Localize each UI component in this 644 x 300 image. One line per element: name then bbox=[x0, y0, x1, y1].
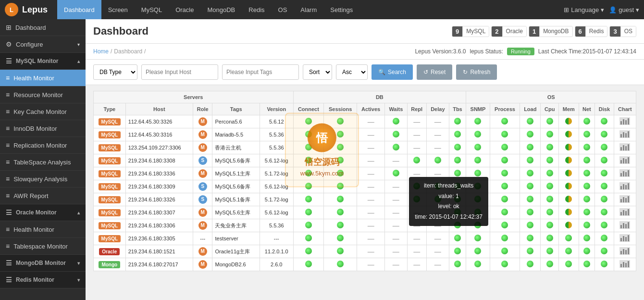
app-name: Lepus bbox=[22, 5, 48, 15]
dash-indicator: — bbox=[413, 248, 420, 255]
cell-sessions bbox=[324, 245, 357, 258]
nav-redis[interactable]: Redis bbox=[242, 0, 271, 19]
svg-rect-26 bbox=[620, 199, 622, 202]
status-dot bbox=[546, 170, 553, 176]
chart-icon[interactable] bbox=[619, 130, 630, 138]
status-dot bbox=[474, 248, 481, 254]
cell-actives: — bbox=[357, 193, 385, 206]
svg-rect-21 bbox=[628, 170, 629, 176]
cell-chart bbox=[614, 193, 636, 206]
nav-os[interactable]: OS bbox=[272, 0, 294, 19]
status-dot bbox=[501, 118, 508, 125]
dash-indicator: — bbox=[368, 248, 374, 255]
servers-group-header: Servers bbox=[94, 91, 294, 103]
language-selector[interactable]: ⊞ Language ▾ bbox=[564, 6, 604, 13]
cell-type: MySQL bbox=[94, 154, 126, 167]
status-dot bbox=[601, 235, 607, 241]
status-dot bbox=[337, 248, 344, 254]
cell-role: S bbox=[193, 154, 212, 167]
sidebar-item-slowquery-analysis[interactable]: ≡ Slowquery Analysis bbox=[0, 171, 86, 188]
chart-icon[interactable] bbox=[619, 234, 630, 242]
chart-icon[interactable] bbox=[619, 182, 630, 190]
col-role: Role bbox=[193, 103, 212, 115]
sidebar-item-oracle-health[interactable]: ≡ Health Monitor bbox=[0, 221, 86, 238]
order-dropdown[interactable]: Asc Desc bbox=[336, 65, 367, 79]
cell-mem bbox=[558, 128, 579, 141]
nav-dashboard[interactable]: Dashboard bbox=[57, 0, 101, 19]
cell-sessions bbox=[324, 206, 357, 219]
svg-rect-15 bbox=[623, 158, 624, 163]
sidebar-item-replication-monitor[interactable]: ≡ Replication Monitor bbox=[0, 137, 86, 154]
tags-input[interactable] bbox=[222, 64, 299, 80]
chart-icon[interactable] bbox=[619, 156, 630, 164]
key-cache-icon: ≡ bbox=[6, 108, 10, 115]
cell-connect bbox=[293, 219, 324, 232]
cell-process bbox=[490, 167, 520, 180]
cell-waits: — bbox=[385, 206, 407, 219]
cell-mem bbox=[558, 219, 579, 232]
reset-button[interactable]: ↺ Reset bbox=[417, 64, 452, 80]
cell-disk bbox=[595, 258, 614, 271]
reset-icon: ↺ bbox=[423, 69, 428, 75]
nav-mysql[interactable]: MySQL bbox=[135, 0, 169, 19]
svg-rect-28 bbox=[625, 198, 627, 202]
chart-icon[interactable] bbox=[619, 221, 630, 229]
sidebar-item-health-monitor[interactable]: ≡ Health Monitor bbox=[0, 70, 86, 87]
chart-icon[interactable] bbox=[619, 117, 630, 125]
chart-icon[interactable] bbox=[619, 247, 630, 255]
refresh-button[interactable]: ↻ Refresh bbox=[456, 64, 497, 80]
status-dot bbox=[434, 157, 441, 163]
host-input[interactable] bbox=[141, 64, 218, 80]
nav-alarm[interactable]: Alarm bbox=[294, 0, 323, 19]
cell-host: 219.234.6.180:3336 bbox=[125, 167, 193, 180]
sidebar-item-configure[interactable]: ⚙ Configure ▾ bbox=[0, 36, 86, 53]
cell-connect bbox=[293, 258, 324, 271]
sidebar-item-awr-report[interactable]: ≡ AWR Report bbox=[0, 188, 86, 204]
user-menu[interactable]: 👤 guest ▾ bbox=[609, 6, 639, 13]
breadcrumb-home[interactable]: Home bbox=[93, 48, 109, 55]
page-title: Dashboard bbox=[93, 25, 149, 38]
db-type-dropdown[interactable]: DB Type MySQL Oracle MongoDB Redis bbox=[94, 65, 137, 79]
sidebar-item-dashboard[interactable]: ⊞ Dashboard bbox=[0, 19, 86, 36]
status-dot bbox=[601, 131, 607, 138]
svg-rect-18 bbox=[620, 173, 622, 176]
user-icon: 👤 bbox=[609, 6, 617, 13]
redis-monitor-icon: ☰ bbox=[6, 276, 12, 284]
nav-oracle[interactable]: Oracle bbox=[169, 0, 200, 19]
order-select[interactable]: Asc Desc bbox=[336, 64, 368, 80]
db-type-select[interactable]: DB Type MySQL Oracle MongoDB Redis bbox=[93, 64, 137, 80]
nav-settings[interactable]: Settings bbox=[323, 0, 359, 19]
cell-host: 219.234.6.180:3309 bbox=[125, 180, 193, 193]
sort-dropdown[interactable]: Sort bbox=[303, 65, 332, 79]
table-row: MySQL 219.234.6.180:3309 S MySQL5.6备库 5.… bbox=[94, 180, 636, 193]
cell-disk bbox=[595, 245, 614, 258]
sidebar-item-innodb-monitor[interactable]: ≡ InnoDB Monitor bbox=[0, 120, 86, 137]
chart-icon[interactable] bbox=[619, 260, 630, 268]
chart-icon[interactable] bbox=[619, 208, 630, 216]
health-monitor-icon: ≡ bbox=[6, 74, 10, 82]
sort-select[interactable]: Sort bbox=[303, 64, 332, 80]
svg-rect-33 bbox=[628, 209, 629, 215]
chart-icon[interactable] bbox=[619, 143, 630, 151]
sidebar-item-tablespace-analysis[interactable]: ≡ TableSpace Analysis bbox=[0, 154, 86, 171]
cell-actives: — bbox=[357, 245, 385, 258]
nav-mongodb[interactable]: MongoDB bbox=[200, 0, 242, 19]
filter-bar: DB Type MySQL Oracle MongoDB Redis Sort … bbox=[86, 60, 644, 85]
cell-load bbox=[520, 128, 541, 141]
chart-icon[interactable] bbox=[619, 195, 630, 203]
status-dot bbox=[601, 170, 607, 176]
cell-sessions bbox=[324, 258, 357, 271]
dash-indicator: — bbox=[393, 222, 399, 229]
cell-role: M bbox=[193, 115, 212, 128]
sidebar-item-resource-monitor[interactable]: ≡ Resource Monitor bbox=[0, 87, 86, 103]
search-button[interactable]: 🔍 Search bbox=[372, 64, 413, 80]
chart-icon[interactable] bbox=[619, 169, 630, 177]
nav-screen[interactable]: Screen bbox=[101, 0, 135, 19]
sidebar-item-key-cache-monitor[interactable]: ≡ Key Cache Monitor bbox=[0, 103, 86, 120]
redis-badge: 6 Redis bbox=[575, 26, 608, 37]
status-dot[interactable] bbox=[393, 170, 399, 176]
cell-cpu bbox=[541, 219, 559, 232]
cell-disk bbox=[595, 232, 614, 245]
cell-repl: — bbox=[407, 141, 426, 154]
sidebar-item-tablespace-monitor[interactable]: ≡ Tablespace Monitor bbox=[0, 238, 86, 255]
